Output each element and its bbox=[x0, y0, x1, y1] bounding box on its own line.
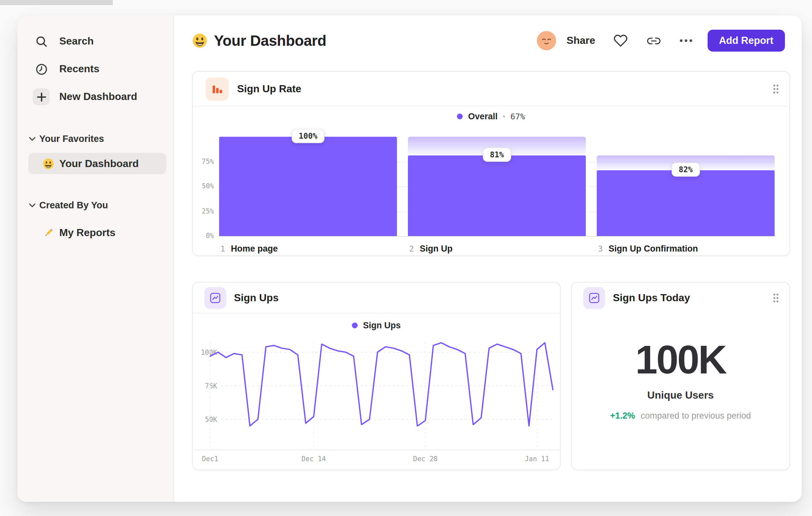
funnel-step-conversion-label: 100% bbox=[292, 129, 324, 143]
sidebar-item-your-dashboard[interactable]: Your Dashboard bbox=[28, 153, 166, 174]
legend-separator: • bbox=[503, 112, 505, 120]
search-icon bbox=[33, 33, 50, 50]
more-options-icon[interactable] bbox=[678, 38, 693, 43]
smiley-emoji-icon bbox=[192, 33, 207, 48]
svg-text:100K: 100K bbox=[201, 349, 217, 356]
sign-ups-card: Sign Ups Sign Ups 100K75K50KDec1Dec 14De… bbox=[192, 282, 561, 470]
plus-icon bbox=[33, 88, 50, 105]
sidebar-item-label: Recents bbox=[59, 63, 99, 75]
drag-handle-icon[interactable] bbox=[773, 84, 779, 94]
section-created-by-you[interactable]: Created By You bbox=[18, 199, 173, 212]
legend-label: Overall bbox=[468, 111, 498, 121]
favorite-heart-icon[interactable] bbox=[613, 33, 627, 48]
card-header: Sign Ups bbox=[193, 282, 560, 314]
app: Search Recents New Dashboard bbox=[0, 0, 812, 516]
line-chart-icon bbox=[583, 287, 605, 309]
svg-text:75K: 75K bbox=[205, 382, 217, 390]
funnel-bar[interactable] bbox=[597, 171, 775, 236]
chevron-down-icon bbox=[29, 136, 35, 141]
legend-value: 67% bbox=[511, 111, 525, 121]
funnel-step-label: 3Sign Up Confirmation bbox=[598, 244, 698, 253]
share-button[interactable]: Share bbox=[567, 35, 595, 47]
line-legend[interactable]: Sign Ups bbox=[193, 319, 560, 331]
funnel-legend[interactable]: Overall • 67% bbox=[193, 110, 789, 122]
sidebar-item-label: Your Dashboard bbox=[59, 158, 139, 169]
card-title: Sign Up Rate bbox=[237, 83, 301, 94]
background-strip bbox=[0, 0, 113, 5]
sidebar-item-my-reports[interactable]: My Reports bbox=[28, 222, 166, 243]
sidebar-item-label: Search bbox=[59, 35, 94, 47]
funnel-step-conversion-label: 81% bbox=[483, 148, 511, 162]
svg-text:50K: 50K bbox=[205, 416, 217, 424]
sidebar-item-label: New Dashboard bbox=[59, 91, 137, 103]
section-label: Your Favorites bbox=[39, 134, 104, 144]
clock-icon bbox=[33, 61, 50, 77]
funnel-plot: 75%50%25%0%100%1Home page81%2Sign Up82%3… bbox=[193, 137, 789, 257]
svg-text:Jan 11: Jan 11 bbox=[525, 455, 549, 463]
legend-dot bbox=[457, 113, 463, 119]
avatar[interactable] bbox=[537, 31, 556, 50]
legend-dot bbox=[352, 322, 358, 328]
section-label: Created By You bbox=[39, 200, 108, 210]
funnel-step-label: 1Home page bbox=[221, 244, 278, 253]
funnel-bar[interactable] bbox=[219, 137, 397, 236]
funnel-y-tick: 25% bbox=[193, 207, 214, 214]
add-report-button[interactable]: Add Report bbox=[707, 30, 785, 52]
kpi-delta-row: +1.2% compared to previous period bbox=[572, 411, 789, 420]
svg-text:Dec 14: Dec 14 bbox=[301, 455, 326, 463]
page-title: Your Dashboard bbox=[214, 32, 326, 49]
sign-up-rate-card: Sign Up Rate Overall • 67% 75%50%25%0%10… bbox=[192, 71, 790, 256]
bar-chart-icon bbox=[206, 77, 229, 100]
sidebar: Search Recents New Dashboard bbox=[18, 16, 174, 502]
legend-label: Sign Ups bbox=[363, 320, 401, 330]
kpi-delta: +1.2% bbox=[610, 411, 635, 420]
copy-link-icon[interactable] bbox=[647, 34, 660, 47]
funnel-step-conversion-label: 82% bbox=[671, 163, 700, 177]
sidebar-item-label: My Reports bbox=[59, 227, 115, 238]
kpi-delta-note: compared to previous period bbox=[641, 411, 751, 420]
card-title: Sign Ups Today bbox=[613, 292, 690, 304]
header-actions: Share Add Report bbox=[537, 30, 785, 52]
app-window: Search Recents New Dashboard bbox=[18, 16, 802, 502]
funnel-gridline bbox=[219, 236, 776, 237]
funnel-step-label: 2Sign Up bbox=[409, 244, 453, 253]
funnel-y-tick: 0% bbox=[193, 232, 214, 239]
kpi-value: 100K bbox=[572, 337, 789, 382]
sidebar-item-search[interactable]: Search bbox=[18, 30, 173, 52]
smiley-emoji-icon bbox=[42, 158, 54, 169]
drag-handle-icon[interactable] bbox=[773, 293, 779, 303]
svg-text:Dec 28: Dec 28 bbox=[413, 455, 438, 463]
card-header: Sign Up Rate bbox=[193, 72, 789, 106]
section-your-favorites[interactable]: Your Favorites bbox=[18, 132, 173, 145]
funnel-bar[interactable] bbox=[408, 156, 586, 236]
pencil-emoji-icon bbox=[42, 227, 54, 238]
sign-ups-today-card: Sign Ups Today 100K Unique Users +1.2% c… bbox=[571, 282, 790, 470]
line-chart-icon bbox=[204, 287, 226, 309]
card-title: Sign Ups bbox=[234, 292, 279, 303]
funnel-y-tick: 75% bbox=[193, 157, 214, 165]
svg-text:Dec1: Dec1 bbox=[202, 455, 219, 463]
kpi-metric-label: Unique Users bbox=[572, 389, 789, 401]
funnel-y-tick: 50% bbox=[193, 182, 214, 190]
card-header: Sign Ups Today bbox=[572, 282, 789, 314]
sidebar-item-recents[interactable]: Recents bbox=[18, 58, 173, 80]
page-header: Your Dashboard bbox=[192, 31, 326, 50]
chevron-down-icon bbox=[29, 203, 35, 207]
sidebar-item-new-dashboard[interactable]: New Dashboard bbox=[18, 86, 173, 108]
